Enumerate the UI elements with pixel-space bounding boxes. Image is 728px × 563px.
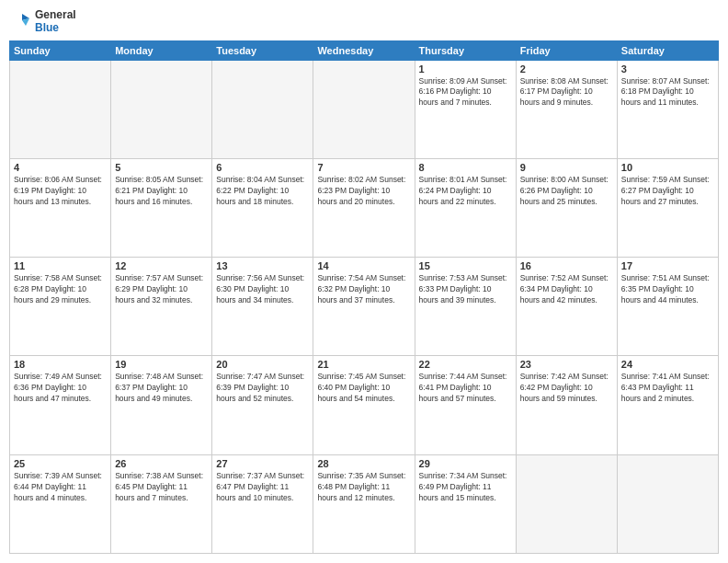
logo-blue: Blue [35, 22, 76, 35]
day-number: 8 [419, 162, 512, 173]
calendar-table: SundayMondayTuesdayWednesdayThursdayFrid… [9, 40, 719, 554]
day-number: 15 [419, 260, 512, 271]
day-number: 9 [520, 162, 613, 173]
logo-icon [9, 11, 31, 33]
calendar-cell: 10Sunrise: 7:59 AM Sunset: 6:27 PM Dayli… [617, 158, 718, 257]
page: GeneralBlue SundayMondayTuesdayWednesday… [0, 0, 728, 563]
logo-general: General [35, 9, 76, 22]
day-number: 19 [115, 359, 208, 370]
calendar-week-5: 25Sunrise: 7:39 AM Sunset: 6:44 PM Dayli… [10, 454, 719, 553]
calendar-cell: 11Sunrise: 7:58 AM Sunset: 6:28 PM Dayli… [10, 258, 111, 356]
day-number: 23 [520, 359, 613, 370]
calendar-cell [212, 60, 313, 158]
calendar-cell: 14Sunrise: 7:54 AM Sunset: 6:32 PM Dayli… [313, 258, 415, 356]
calendar-cell: 23Sunrise: 7:42 AM Sunset: 6:42 PM Dayli… [516, 356, 617, 454]
day-info: Sunrise: 7:49 AM Sunset: 6:36 PM Dayligh… [14, 372, 107, 405]
day-info: Sunrise: 7:53 AM Sunset: 6:33 PM Dayligh… [419, 273, 512, 306]
calendar-cell: 20Sunrise: 7:47 AM Sunset: 6:39 PM Dayli… [212, 356, 313, 454]
calendar-cell: 9Sunrise: 8:00 AM Sunset: 6:26 PM Daylig… [516, 158, 617, 257]
day-info: Sunrise: 8:04 AM Sunset: 6:22 PM Dayligh… [216, 175, 309, 208]
day-info: Sunrise: 8:02 AM Sunset: 6:23 PM Dayligh… [317, 175, 410, 208]
day-info: Sunrise: 8:07 AM Sunset: 6:18 PM Dayligh… [621, 76, 714, 109]
calendar-cell [10, 60, 111, 158]
weekday-header-tuesday: Tuesday [212, 40, 313, 60]
calendar-cell: 3Sunrise: 8:07 AM Sunset: 6:18 PM Daylig… [617, 60, 718, 158]
calendar-cell: 16Sunrise: 7:52 AM Sunset: 6:34 PM Dayli… [516, 258, 617, 356]
day-info: Sunrise: 7:39 AM Sunset: 6:44 PM Dayligh… [14, 471, 107, 504]
day-number: 10 [621, 162, 714, 173]
day-number: 12 [115, 260, 208, 271]
day-info: Sunrise: 7:54 AM Sunset: 6:32 PM Dayligh… [317, 273, 410, 306]
day-info: Sunrise: 7:42 AM Sunset: 6:42 PM Dayligh… [520, 372, 613, 405]
day-info: Sunrise: 7:35 AM Sunset: 6:48 PM Dayligh… [317, 471, 410, 504]
calendar-cell: 4Sunrise: 8:06 AM Sunset: 6:19 PM Daylig… [10, 158, 111, 257]
day-number: 21 [317, 359, 410, 370]
calendar-cell: 1Sunrise: 8:09 AM Sunset: 6:16 PM Daylig… [415, 60, 516, 158]
weekday-header-wednesday: Wednesday [313, 40, 415, 60]
day-info: Sunrise: 8:05 AM Sunset: 6:21 PM Dayligh… [115, 175, 208, 208]
calendar-cell: 17Sunrise: 7:51 AM Sunset: 6:35 PM Dayli… [617, 258, 718, 356]
day-info: Sunrise: 7:59 AM Sunset: 6:27 PM Dayligh… [621, 175, 714, 208]
calendar-cell [111, 60, 212, 158]
day-number: 6 [216, 162, 309, 173]
calendar-cell: 22Sunrise: 7:44 AM Sunset: 6:41 PM Dayli… [415, 356, 516, 454]
weekday-header-friday: Friday [516, 40, 617, 60]
calendar-cell: 7Sunrise: 8:02 AM Sunset: 6:23 PM Daylig… [313, 158, 415, 257]
day-info: Sunrise: 7:58 AM Sunset: 6:28 PM Dayligh… [14, 273, 107, 306]
day-info: Sunrise: 7:48 AM Sunset: 6:37 PM Dayligh… [115, 372, 208, 405]
weekday-header-row: SundayMondayTuesdayWednesdayThursdayFrid… [10, 40, 719, 60]
day-number: 4 [14, 162, 107, 173]
weekday-header-sunday: Sunday [10, 40, 111, 60]
day-info: Sunrise: 7:34 AM Sunset: 6:49 PM Dayligh… [419, 471, 512, 504]
day-number: 18 [14, 359, 107, 370]
day-info: Sunrise: 8:00 AM Sunset: 6:26 PM Dayligh… [520, 175, 613, 208]
day-info: Sunrise: 7:45 AM Sunset: 6:40 PM Dayligh… [317, 372, 410, 405]
calendar-cell [617, 454, 718, 553]
day-number: 25 [14, 458, 107, 469]
day-number: 20 [216, 359, 309, 370]
day-number: 29 [419, 458, 512, 469]
calendar-week-3: 11Sunrise: 7:58 AM Sunset: 6:28 PM Dayli… [10, 258, 719, 356]
calendar-cell: 19Sunrise: 7:48 AM Sunset: 6:37 PM Dayli… [111, 356, 212, 454]
calendar-cell: 25Sunrise: 7:39 AM Sunset: 6:44 PM Dayli… [10, 454, 111, 553]
day-info: Sunrise: 7:56 AM Sunset: 6:30 PM Dayligh… [216, 273, 309, 306]
calendar-cell: 2Sunrise: 8:08 AM Sunset: 6:17 PM Daylig… [516, 60, 617, 158]
day-number: 14 [317, 260, 410, 271]
day-info: Sunrise: 7:38 AM Sunset: 6:45 PM Dayligh… [115, 471, 208, 504]
day-number: 3 [621, 63, 714, 75]
day-number: 22 [419, 359, 512, 370]
day-number: 16 [520, 260, 613, 271]
day-number: 11 [14, 260, 107, 271]
calendar-cell: 24Sunrise: 7:41 AM Sunset: 6:43 PM Dayli… [617, 356, 718, 454]
calendar-cell: 13Sunrise: 7:56 AM Sunset: 6:30 PM Dayli… [212, 258, 313, 356]
svg-rect-0 [9, 11, 31, 33]
calendar-week-4: 18Sunrise: 7:49 AM Sunset: 6:36 PM Dayli… [10, 356, 719, 454]
day-info: Sunrise: 7:41 AM Sunset: 6:43 PM Dayligh… [621, 372, 714, 405]
day-number: 13 [216, 260, 309, 271]
day-info: Sunrise: 8:09 AM Sunset: 6:16 PM Dayligh… [419, 76, 512, 109]
day-info: Sunrise: 8:08 AM Sunset: 6:17 PM Dayligh… [520, 76, 613, 109]
calendar-cell [516, 454, 617, 553]
calendar-cell: 12Sunrise: 7:57 AM Sunset: 6:29 PM Dayli… [111, 258, 212, 356]
day-info: Sunrise: 7:47 AM Sunset: 6:39 PM Dayligh… [216, 372, 309, 405]
weekday-header-monday: Monday [111, 40, 212, 60]
calendar-cell [313, 60, 415, 158]
calendar-cell: 21Sunrise: 7:45 AM Sunset: 6:40 PM Dayli… [313, 356, 415, 454]
calendar-cell: 27Sunrise: 7:37 AM Sunset: 6:47 PM Dayli… [212, 454, 313, 553]
day-info: Sunrise: 7:52 AM Sunset: 6:34 PM Dayligh… [520, 273, 613, 306]
calendar-week-2: 4Sunrise: 8:06 AM Sunset: 6:19 PM Daylig… [10, 158, 719, 257]
calendar-cell: 18Sunrise: 7:49 AM Sunset: 6:36 PM Dayli… [10, 356, 111, 454]
calendar-cell: 26Sunrise: 7:38 AM Sunset: 6:45 PM Dayli… [111, 454, 212, 553]
day-number: 24 [621, 359, 714, 370]
day-number: 1 [419, 63, 512, 75]
day-number: 17 [621, 260, 714, 271]
calendar-cell: 8Sunrise: 8:01 AM Sunset: 6:24 PM Daylig… [415, 158, 516, 257]
header: GeneralBlue [9, 9, 719, 35]
calendar-week-1: 1Sunrise: 8:09 AM Sunset: 6:16 PM Daylig… [10, 60, 719, 158]
logo: GeneralBlue [9, 9, 76, 35]
day-number: 27 [216, 458, 309, 469]
day-number: 2 [520, 63, 613, 75]
day-info: Sunrise: 7:37 AM Sunset: 6:47 PM Dayligh… [216, 471, 309, 504]
day-number: 26 [115, 458, 208, 469]
calendar-cell: 29Sunrise: 7:34 AM Sunset: 6:49 PM Dayli… [415, 454, 516, 553]
